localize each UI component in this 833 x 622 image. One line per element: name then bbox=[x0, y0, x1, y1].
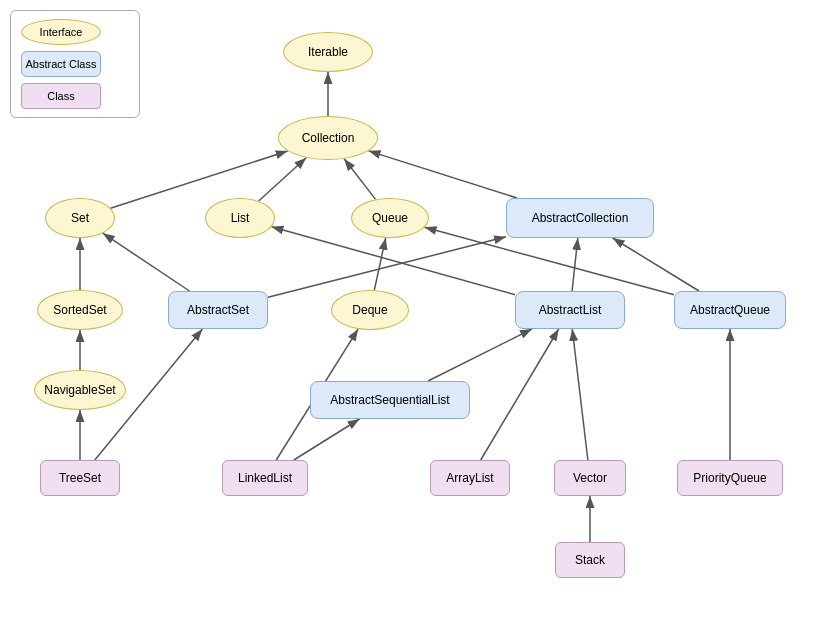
node-sortedset: SortedSet bbox=[37, 290, 123, 330]
svg-line-3 bbox=[259, 158, 307, 201]
node-stack: Stack bbox=[555, 542, 625, 578]
legend-class-shape: Class bbox=[21, 83, 101, 109]
node-abstractcollection: AbstractCollection bbox=[506, 198, 654, 238]
node-list: List bbox=[205, 198, 275, 238]
svg-line-21 bbox=[572, 329, 588, 460]
svg-line-18 bbox=[294, 419, 360, 460]
svg-line-15 bbox=[428, 329, 532, 381]
node-linkedlist: LinkedList bbox=[222, 460, 308, 496]
node-queue: Queue bbox=[351, 198, 429, 238]
svg-line-11 bbox=[613, 238, 699, 291]
svg-line-8 bbox=[103, 233, 190, 291]
svg-line-13 bbox=[374, 238, 385, 290]
svg-line-20 bbox=[481, 329, 559, 460]
legend-abstract-item: Abstract Class bbox=[21, 51, 129, 77]
node-set: Set bbox=[45, 198, 115, 238]
legend-abstract-label: Abstract Class bbox=[26, 58, 97, 70]
node-arraylist: ArrayList bbox=[430, 460, 510, 496]
node-treeset: TreeSet bbox=[40, 460, 120, 496]
svg-line-2 bbox=[110, 151, 287, 208]
legend-interface-item: Interface bbox=[21, 19, 129, 45]
node-vector: Vector bbox=[554, 460, 626, 496]
legend-interface-label: Interface bbox=[40, 26, 83, 38]
legend-interface-shape: Interface bbox=[21, 19, 101, 45]
legend-class-item: Class bbox=[21, 83, 129, 109]
svg-line-9 bbox=[572, 238, 578, 291]
node-priorityqueue: PriorityQueue bbox=[677, 460, 783, 496]
svg-line-4 bbox=[344, 159, 375, 200]
svg-line-7 bbox=[268, 237, 506, 297]
node-navigableset: NavigableSet bbox=[34, 370, 126, 410]
svg-line-5 bbox=[369, 151, 517, 198]
legend-class-label: Class bbox=[47, 90, 75, 102]
node-abstractlist: AbstractList bbox=[515, 291, 625, 329]
node-deque: Deque bbox=[331, 290, 409, 330]
node-abstractqueue: AbstractQueue bbox=[674, 291, 786, 329]
node-collection: Collection bbox=[278, 116, 378, 160]
legend: Interface Abstract Class Class bbox=[10, 10, 140, 118]
legend-abstract-shape: Abstract Class bbox=[21, 51, 101, 77]
node-abstractsequentiallist: AbstractSequentialList bbox=[310, 381, 470, 419]
node-iterable: Iterable bbox=[283, 32, 373, 72]
node-abstractset: AbstractSet bbox=[168, 291, 268, 329]
